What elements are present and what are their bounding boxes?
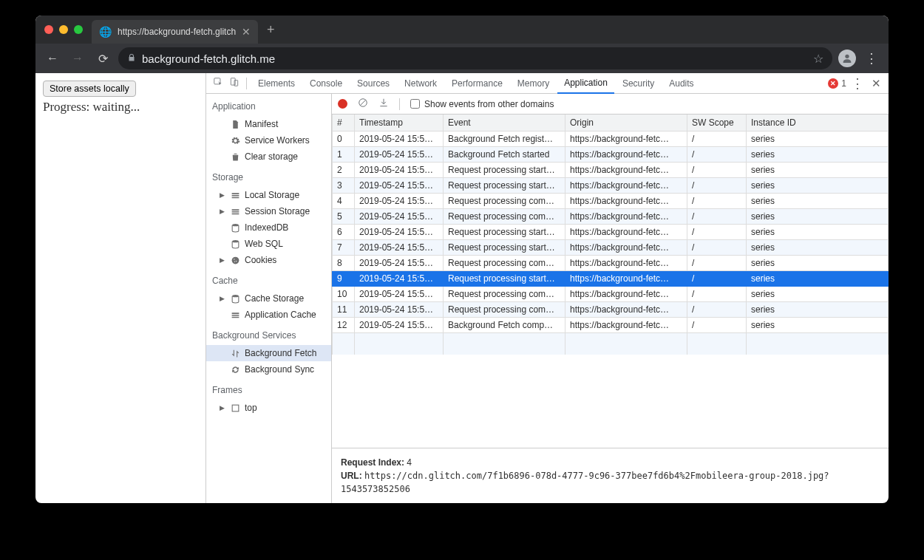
sidebar-item-local-storage[interactable]: ▶Local Storage (206, 187, 331, 203)
col-header[interactable]: Timestamp (355, 115, 444, 131)
error-indicator[interactable]: ✕ 1 (828, 78, 846, 89)
sidebar-item-manifest[interactable]: Manifest (206, 116, 331, 132)
table-row[interactable]: 122019-05-24 15:5…Background Fetch comp…… (333, 317, 889, 332)
close-tab-icon[interactable]: ✕ (242, 26, 251, 38)
cell: Request processing start… (444, 177, 565, 193)
cell: https://background-fetc… (565, 239, 687, 255)
devtools-tab-security[interactable]: Security (616, 73, 661, 93)
table-row[interactable]: 82019-05-24 15:5…Request processing com…… (333, 255, 889, 270)
table-row[interactable]: 22019-05-24 15:5…Request processing star… (333, 162, 889, 177)
show-other-domains-input[interactable] (410, 99, 420, 109)
application-sidebar: ApplicationManifestService WorkersClear … (206, 94, 332, 503)
devtools-tab-performance[interactable]: Performance (445, 73, 509, 93)
inspect-icon[interactable] (211, 77, 225, 89)
sidebar-item-cookies[interactable]: ▶Cookies (206, 252, 331, 268)
sidebar-header: Application (206, 94, 331, 116)
error-icon: ✕ (828, 78, 838, 89)
divider (246, 78, 247, 89)
url-label: URL: (341, 471, 362, 481)
col-header[interactable]: Origin (565, 115, 687, 131)
cell: https://background-fetc… (565, 286, 687, 301)
browser-tab[interactable]: 🌐 https://background-fetch.glitch ✕ (92, 20, 258, 44)
sidebar-item-clear-storage[interactable]: Clear storage (206, 148, 331, 165)
forward-button[interactable]: → (68, 52, 87, 65)
table-row[interactable]: 92019-05-24 15:5…Request processing star… (333, 270, 889, 286)
sidebar-item-background-fetch[interactable]: Background Fetch (206, 345, 331, 361)
sidebar-item-indexeddb[interactable]: IndexedDB (206, 219, 331, 236)
reload-button[interactable]: ⟳ (93, 52, 112, 66)
sidebar-item-session-storage[interactable]: ▶Session Storage (206, 203, 331, 219)
device-toggle-icon[interactable] (227, 77, 242, 89)
close-window-button[interactable] (44, 25, 53, 34)
sidebar-header: Background Services (206, 323, 331, 345)
sidebar-item-label: Session Storage (245, 206, 310, 216)
devtools-close-button[interactable]: ✕ (869, 77, 884, 90)
cell: 2019-05-24 15:5… (355, 270, 444, 286)
sidebar-item-application-cache[interactable]: Application Cache (206, 307, 331, 323)
devtools-tab-console[interactable]: Console (303, 73, 349, 93)
minimize-window-button[interactable] (59, 25, 68, 34)
sidebar-item-cache-storage[interactable]: ▶Cache Storage (206, 290, 331, 307)
sidebar-item-service-workers[interactable]: Service Workers (206, 132, 331, 148)
profile-avatar[interactable] (838, 49, 856, 67)
svg-rect-11 (232, 405, 239, 412)
table-row[interactable]: 02019-05-24 15:5…Background Fetch regist… (333, 131, 889, 146)
devtools-tab-application[interactable]: Application (557, 74, 614, 94)
cookie-icon (230, 255, 240, 265)
events-table-wrap[interactable]: #TimestampEventOriginSW ScopeInstance ID… (332, 115, 889, 448)
new-tab-button[interactable]: + (258, 22, 284, 38)
download-icon[interactable] (378, 98, 389, 110)
table-row[interactable]: 42019-05-24 15:5…Request processing com…… (333, 193, 889, 208)
devtools-tab-audits[interactable]: Audits (662, 73, 700, 93)
table-row[interactable]: 32019-05-24 15:5…Request processing star… (333, 177, 889, 193)
svg-point-7 (234, 259, 234, 259)
db-icon (230, 222, 240, 233)
devtools-menu-button[interactable]: ⋮ (848, 75, 867, 92)
cell: 2019-05-24 15:5… (355, 239, 444, 255)
page-content: Store assets locally Progress: waiting..… (35, 73, 205, 503)
cell: / (687, 208, 747, 224)
maximize-window-button[interactable] (74, 25, 83, 34)
col-header[interactable]: Event (444, 115, 565, 131)
table-row[interactable]: 72019-05-24 15:5…Request processing star… (333, 239, 889, 255)
table-row[interactable]: 12019-05-24 15:5…Background Fetch starte… (333, 146, 889, 162)
cell: Background Fetch started (444, 146, 565, 162)
sidebar-item-label: Clear storage (245, 151, 298, 162)
show-other-domains-checkbox[interactable]: Show events from other domains (410, 99, 554, 109)
cell: 2019-05-24 15:5… (355, 146, 444, 162)
divider (399, 98, 400, 110)
devtools-tab-memory[interactable]: Memory (511, 73, 556, 93)
col-header[interactable]: SW Scope (687, 115, 747, 131)
devtools-tabs: ElementsConsoleSourcesNetworkPerformance… (206, 73, 889, 94)
table-row[interactable]: 52019-05-24 15:5…Request processing com…… (333, 208, 889, 224)
sidebar-item-background-sync[interactable]: Background Sync (206, 361, 331, 378)
record-button[interactable] (338, 99, 347, 109)
cell: / (687, 131, 747, 146)
table-row[interactable]: 102019-05-24 15:5…Request processing com… (333, 286, 889, 301)
col-header[interactable]: # (333, 115, 355, 131)
address-bar[interactable]: background-fetch.glitch.me ☆ (118, 47, 832, 69)
sidebar-item-top[interactable]: ▶top (206, 400, 331, 416)
devtools-tab-elements[interactable]: Elements (251, 73, 302, 93)
browser-menu-button[interactable]: ⋮ (862, 50, 881, 66)
table-row[interactable]: 62019-05-24 15:5…Request processing star… (333, 224, 889, 239)
stack-icon (230, 190, 240, 200)
cell: / (687, 177, 747, 193)
cell: Request processing start… (444, 239, 565, 255)
cell: Request processing start… (444, 224, 565, 239)
progress-text: Progress: waiting... (43, 100, 198, 115)
devtools-tab-network[interactable]: Network (398, 73, 444, 93)
back-button[interactable]: ← (43, 52, 62, 65)
cell: series (747, 239, 889, 255)
gear-icon (230, 135, 240, 146)
clear-icon[interactable] (358, 98, 368, 110)
sidebar-item-web-sql[interactable]: Web SQL (206, 236, 331, 252)
devtools-tab-sources[interactable]: Sources (350, 73, 396, 93)
bookmark-star-icon[interactable]: ☆ (813, 52, 823, 66)
cell: series (747, 177, 889, 193)
sidebar-item-label: top (245, 403, 257, 413)
cell: series (747, 193, 889, 208)
store-assets-button[interactable]: Store assets locally (43, 81, 136, 97)
table-row[interactable]: 112019-05-24 15:5…Request processing com… (333, 301, 889, 317)
col-header[interactable]: Instance ID (747, 115, 889, 131)
